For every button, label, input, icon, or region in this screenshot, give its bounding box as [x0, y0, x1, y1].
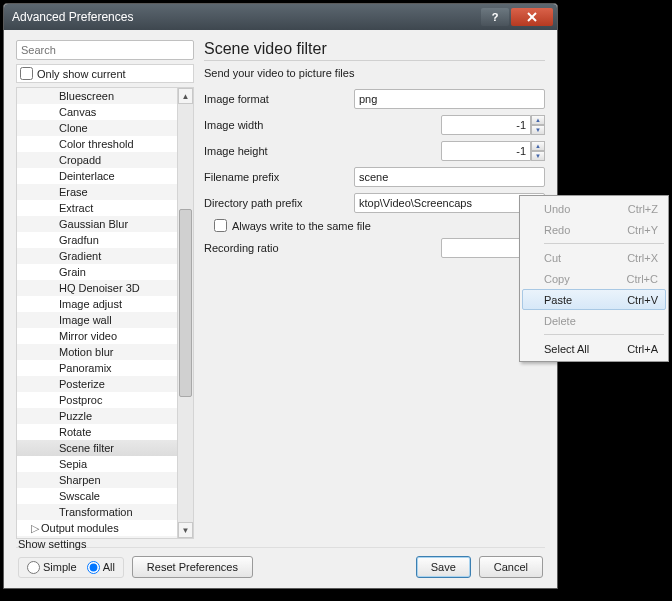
menu-item-shortcut: Ctrl+Z [628, 203, 658, 215]
image-format-label: Image format [204, 93, 354, 105]
tree-item[interactable]: Swscale [17, 488, 177, 504]
image-format-input[interactable] [354, 89, 545, 109]
tree-item[interactable]: Grain [17, 264, 177, 280]
tree-item-label: Deinterlace [59, 170, 115, 182]
tree-item[interactable]: Gaussian Blur [17, 216, 177, 232]
spin-down-icon[interactable]: ▼ [531, 151, 545, 161]
tree-item[interactable]: Puzzle [17, 408, 177, 424]
image-height-label: Image height [204, 145, 354, 157]
menu-item-label: Redo [544, 224, 570, 236]
tree-item[interactable]: Scene filter [17, 440, 177, 456]
show-settings-group: Simple All [18, 557, 124, 578]
search-input[interactable] [16, 40, 194, 60]
tree-item[interactable]: Sharpen [17, 472, 177, 488]
titlebar[interactable]: Advanced Preferences ? [4, 4, 557, 30]
menu-item-redo: RedoCtrl+Y [522, 219, 666, 240]
tree-scrollbar[interactable]: ▲ ▼ [177, 88, 193, 538]
image-width-input[interactable] [441, 115, 531, 135]
tree-item-label: Posterize [59, 378, 105, 390]
close-icon [527, 12, 537, 22]
tree-item[interactable]: Rotate [17, 424, 177, 440]
tree-item-label: Image adjust [59, 298, 122, 310]
tree-item-label: Mirror video [59, 330, 117, 342]
menu-item-shortcut: Ctrl+Y [627, 224, 658, 236]
tree-item[interactable]: Erase [17, 184, 177, 200]
only-show-current-box[interactable] [20, 67, 33, 80]
tree-item[interactable]: Color threshold [17, 136, 177, 152]
spin-up-icon[interactable]: ▲ [531, 141, 545, 151]
menu-item-delete: Delete [522, 310, 666, 331]
tree-item[interactable]: Panoramix [17, 360, 177, 376]
always-write-checkbox[interactable] [214, 219, 227, 232]
spin-down-icon[interactable]: ▼ [531, 125, 545, 135]
tree-item-label: Scene filter [59, 442, 114, 454]
page-subtitle: Send your video to picture files [204, 67, 545, 79]
scroll-up-button[interactable]: ▲ [178, 88, 193, 104]
tree-item-label: HQ Denoiser 3D [59, 282, 140, 294]
tree-item[interactable]: Mirror video [17, 328, 177, 344]
save-button[interactable]: Save [416, 556, 471, 578]
only-show-current-checkbox[interactable]: Only show current [16, 64, 194, 83]
tree-item-label: Grain [59, 266, 86, 278]
tree-item-label: Puzzle [59, 410, 92, 422]
all-radio[interactable]: All [87, 561, 115, 574]
tree-item[interactable]: Deinterlace [17, 168, 177, 184]
menu-item-paste[interactable]: PasteCtrl+V [522, 289, 666, 310]
tree-item-label: Gradfun [59, 234, 99, 246]
tree-item-label: Output modules [41, 522, 119, 534]
tree-item[interactable]: Clone [17, 120, 177, 136]
tree-item[interactable]: Image wall [17, 312, 177, 328]
directory-prefix-input[interactable] [354, 193, 545, 213]
tree-item-label: Sepia [59, 458, 87, 470]
help-button[interactable]: ? [481, 8, 509, 26]
tree-item[interactable]: Motion blur [17, 344, 177, 360]
tree-item[interactable]: ▷Output modules [17, 520, 177, 536]
scroll-thumb[interactable] [179, 209, 192, 397]
tree-item[interactable]: Extract [17, 200, 177, 216]
tree-item[interactable]: Cropadd [17, 152, 177, 168]
tree-item[interactable]: Bluescreen [17, 88, 177, 104]
tree-item[interactable]: HQ Denoiser 3D [17, 280, 177, 296]
tree-item[interactable]: Gradient [17, 248, 177, 264]
reset-preferences-button[interactable]: Reset Preferences [132, 556, 253, 578]
menu-item-label: Select All [544, 343, 589, 355]
tree-item[interactable]: Canvas [17, 104, 177, 120]
tree-item-label: Sharpen [59, 474, 101, 486]
menu-item-select-all[interactable]: Select AllCtrl+A [522, 338, 666, 359]
menu-item-label: Paste [544, 294, 572, 306]
tree-item-label: Panoramix [59, 362, 112, 374]
tree-item-label: Clone [59, 122, 88, 134]
tree-item[interactable]: Postproc [17, 392, 177, 408]
menu-item-shortcut: Ctrl+A [627, 343, 658, 355]
tree-item-label: Transformation [59, 506, 133, 518]
image-height-input[interactable] [441, 141, 531, 161]
scroll-down-button[interactable]: ▼ [178, 522, 193, 538]
menu-separator [544, 334, 664, 335]
simple-radio[interactable]: Simple [27, 561, 77, 574]
show-settings-label: Show settings [18, 538, 86, 550]
divider [204, 60, 545, 61]
tree-item[interactable]: Posterize [17, 376, 177, 392]
recording-ratio-input[interactable] [441, 238, 531, 258]
menu-separator [544, 243, 664, 244]
filename-prefix-input[interactable] [354, 167, 545, 187]
tree-item[interactable]: Transformation [17, 504, 177, 520]
menu-item-copy: CopyCtrl+C [522, 268, 666, 289]
tree-item[interactable]: Sepia [17, 456, 177, 472]
expand-icon[interactable]: ▷ [31, 520, 41, 536]
tree-item[interactable]: Image adjust [17, 296, 177, 312]
tree-item-label: Gradient [59, 250, 101, 262]
only-show-current-label: Only show current [37, 68, 126, 80]
spin-up-icon[interactable]: ▲ [531, 115, 545, 125]
tree-item-label: Gaussian Blur [59, 218, 128, 230]
window-title: Advanced Preferences [12, 10, 133, 24]
filename-prefix-label: Filename prefix [204, 171, 354, 183]
preferences-dialog: Advanced Preferences ? Only show current… [3, 3, 558, 589]
tree-item-label: Image wall [59, 314, 112, 326]
tree-item-label: Canvas [59, 106, 96, 118]
menu-item-label: Undo [544, 203, 570, 215]
close-button[interactable] [511, 8, 553, 26]
cancel-button[interactable]: Cancel [479, 556, 543, 578]
tree-item[interactable]: Gradfun [17, 232, 177, 248]
tree-item-label: Cropadd [59, 154, 101, 166]
